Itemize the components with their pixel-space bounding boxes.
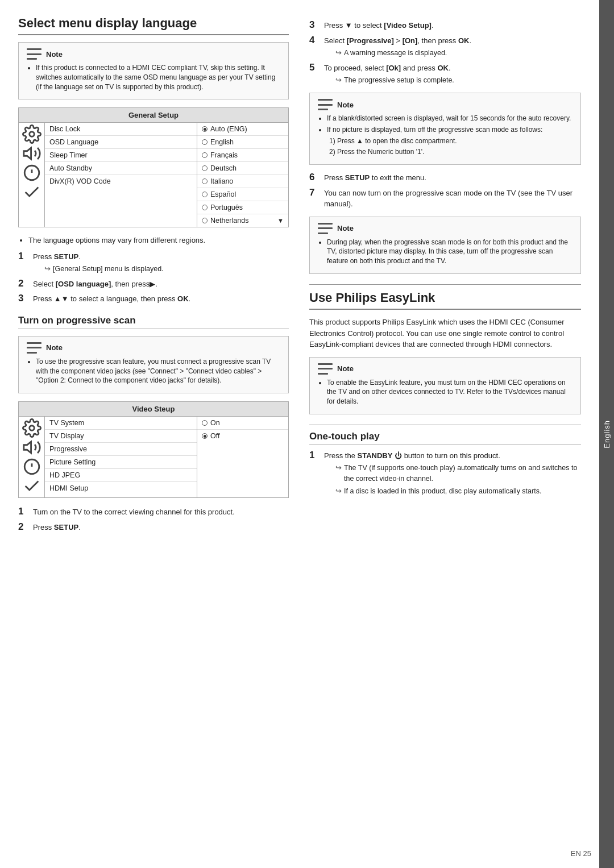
- note-icon-r1: [318, 99, 333, 110]
- right-note1-item-0: If a blank/distorted screen is displayed…: [327, 114, 572, 123]
- section1-note: Note If this product is connected to a H…: [18, 42, 289, 99]
- video-option-label-0: On: [210, 419, 220, 427]
- step-num-v1: 1: [18, 506, 28, 517]
- video-setup-rows: TV System TV Display Progressive Picture…: [45, 417, 197, 497]
- section1-bullets: The language options may vary from diffe…: [18, 235, 289, 246]
- step-content-1: Press SETUP. ↪ [General Setup] menu is d…: [33, 251, 164, 275]
- radio-empty-7: [202, 218, 208, 223]
- video-setup-icons: [19, 417, 45, 497]
- step-sub-text-ot1a: The TV (if supports one-touch play) auto…: [344, 463, 581, 484]
- section1-note-item: If this product is connected to a HDMI C…: [36, 63, 280, 92]
- section2-title: Turn on progressive scan: [18, 315, 289, 329]
- bullet-item-0: The language options may vary from diffe…: [28, 235, 289, 246]
- note-icon-el: [318, 363, 333, 375]
- right-note1-item-3: 2) Press the Numeric button '1'.: [327, 147, 572, 157]
- scroll-down-icon: ▼: [277, 217, 284, 224]
- onetouch-title: One-touch play: [309, 431, 581, 445]
- general-option-7: Netherlands ▼: [197, 214, 288, 227]
- note-icon-r2: [318, 223, 333, 234]
- video-row-2: Progressive: [45, 443, 197, 456]
- step-r4: 4 Select [Progressive] > [On], then pres…: [309, 35, 581, 59]
- note-label: Note: [46, 50, 63, 59]
- video-option-1: Off: [197, 430, 288, 442]
- step-content-r7: You can now turn on the progressive scan…: [324, 188, 581, 210]
- step-sub-ot1b: ↪ If a disc is loaded in this product, d…: [335, 485, 581, 497]
- arrow-icon-ot1a: ↪: [335, 462, 342, 474]
- section2-note-item: To use the progressive scan feature, you…: [36, 357, 280, 385]
- step-3: 3 Press ▲▼ to select a language, then pr…: [18, 293, 289, 305]
- general-setup-icons: [19, 123, 45, 227]
- general-setup-table: General Setup: [18, 107, 289, 227]
- note-label-el: Note: [337, 364, 354, 373]
- step-sub-text-ot1b: If a disc is loaded in this product, dis…: [344, 486, 541, 497]
- right-note1-item-1: If no picture is displayed, turn off the…: [327, 125, 572, 135]
- speaker-icon: [22, 146, 42, 161]
- radio-empty-3: [202, 165, 208, 171]
- step-content-2: Select [OSD language], then press▶.: [33, 279, 157, 290]
- easylink-title: Use Philips EasyLink: [309, 290, 581, 310]
- step-v2: 2 Press SETUP.: [18, 521, 289, 533]
- video-radio-1: [202, 433, 208, 439]
- general-option-label-2: Français: [210, 151, 238, 159]
- step-num-2: 2: [18, 278, 28, 289]
- video-option-0: On: [197, 417, 288, 430]
- side-tab: English: [599, 0, 614, 868]
- step-content-3: Press ▲▼ to select a language, then pres…: [33, 293, 190, 305]
- section2-note-list: To use the progressive scan feature, you…: [27, 357, 280, 385]
- circle-icon-2: [22, 459, 42, 475]
- gear-icon: [22, 126, 42, 142]
- video-setup-table: Video Steup: [18, 401, 289, 498]
- step-num-v2: 2: [18, 521, 28, 533]
- speaker-icon-2: [22, 439, 42, 455]
- video-setup-body: TV System TV Display Progressive Picture…: [19, 417, 288, 497]
- step-sub-r5: ↪ The progressive setup is complete.: [335, 74, 454, 86]
- step-1: 1 Press SETUP. ↪ [General Setup] menu is…: [18, 251, 289, 275]
- general-row-0: Disc Lock: [45, 123, 197, 136]
- step-num-r7: 7: [309, 187, 320, 198]
- step-num-r6: 6: [309, 172, 320, 183]
- general-option-label-5: Español: [210, 190, 236, 198]
- note-label-r2: Note: [337, 224, 354, 232]
- svg-point-5: [29, 426, 34, 431]
- step-sub-r4: ↪ A warning message is displayed.: [335, 47, 471, 59]
- right-note2: Note During play, when the progressive s…: [309, 217, 581, 274]
- general-option-6: Português: [197, 201, 288, 214]
- right-column: 3 Press ▼ to select [Video Setup]. 4 Sel…: [302, 16, 581, 852]
- video-radio-0: [202, 420, 208, 426]
- step-content-ot1: Press the STANDBY ⏻ button to turn on th…: [324, 450, 581, 497]
- step-ot1: 1 Press the STANDBY ⏻ button to turn on …: [309, 450, 581, 497]
- easylink-note-item-0: To enable the EasyLink feature, you must…: [327, 378, 572, 406]
- step-sub-1: ↪ [General Setup] menu is displayed.: [44, 263, 164, 275]
- step-sub-ot1a: ↪ The TV (if supports one-touch play) au…: [335, 462, 581, 484]
- arrow-icon: ↪: [44, 263, 51, 275]
- step-content-r4: Select [Progressive] > [On], then press …: [324, 35, 471, 59]
- general-setup-options: Auto (ENG) English Français Deutsch: [197, 123, 288, 227]
- right-note1-list: If a blank/distorted screen is displayed…: [318, 114, 572, 157]
- radio-empty-2: [202, 152, 208, 158]
- arrow-icon-r5: ↪: [335, 74, 342, 86]
- step-sub-text-1: [General Setup] menu is displayed.: [53, 264, 164, 275]
- step-r6: 6 Press SETUP to exit the menu.: [309, 172, 581, 184]
- video-row-5: HDMI Setup: [45, 482, 197, 495]
- general-row-4: DivX(R) VOD Code: [45, 175, 197, 188]
- video-setup-header: Video Steup: [19, 402, 288, 417]
- right-note2-list: During play, when the progressive scan m…: [318, 238, 572, 266]
- general-option-4: Italiano: [197, 175, 288, 188]
- side-tab-label: English: [603, 420, 611, 448]
- step-content-r3: Press ▼ to select [Video Setup].: [324, 20, 434, 31]
- video-row-3: Picture Setting: [45, 456, 197, 469]
- general-option-2: Français: [197, 149, 288, 162]
- section-divider: [309, 284, 581, 285]
- svg-marker-1: [23, 148, 31, 159]
- general-option-3: Deutsch: [197, 162, 288, 175]
- step-r3: 3 Press ▼ to select [Video Setup].: [309, 19, 581, 31]
- easylink-note: Note To enable the EasyLink feature, you…: [309, 357, 581, 414]
- circle-icon: [22, 165, 42, 181]
- page-number: EN 25: [571, 849, 591, 858]
- checkmark-icon: [22, 184, 42, 200]
- general-option-label-1: English: [210, 138, 234, 146]
- note-label-r1: Note: [337, 101, 354, 109]
- general-setup-rows: Disc Lock OSD Language Sleep Timer Auto …: [45, 123, 197, 227]
- step-num-r5: 5: [309, 62, 320, 73]
- video-row-0: TV System: [45, 417, 197, 430]
